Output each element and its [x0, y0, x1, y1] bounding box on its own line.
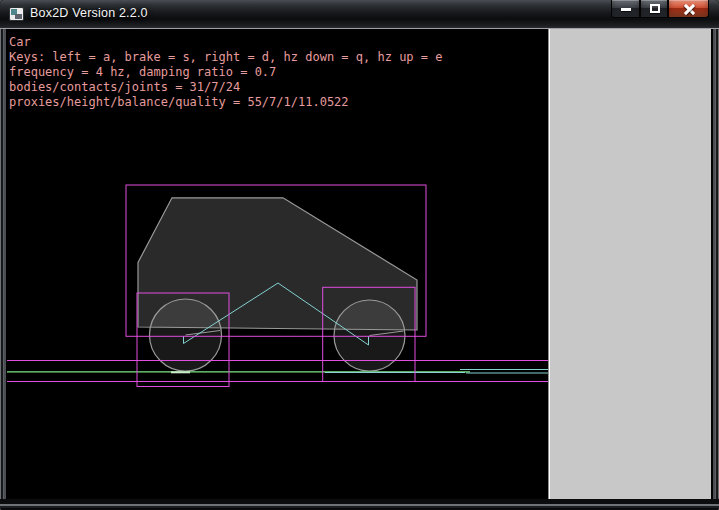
maximize-icon [650, 4, 660, 13]
car-simulation-scene [7, 30, 548, 499]
window-title: Box2D Version 2.2.0 [30, 0, 148, 28]
app-icon [9, 7, 24, 21]
minimize-icon [621, 8, 631, 11]
control-panel: Tests Car Vel Iters8Pos Iters3Hertz60.0 … [548, 29, 711, 499]
app-window: Box2D Version 2.2.0 CarKeys: left = a, b… [0, 0, 719, 510]
window-frame-right [711, 29, 719, 510]
maximize-button[interactable] [640, 0, 668, 18]
app-icon-detail [15, 14, 22, 19]
simulation-viewport[interactable]: CarKeys: left = a, brake = s, right = d,… [7, 29, 548, 499]
minimize-button[interactable] [611, 0, 640, 18]
window-frame-left [0, 29, 7, 510]
close-button[interactable] [668, 0, 709, 18]
window-frame-bottom [0, 499, 719, 510]
titlebar[interactable]: Box2D Version 2.2.0 [0, 0, 719, 28]
